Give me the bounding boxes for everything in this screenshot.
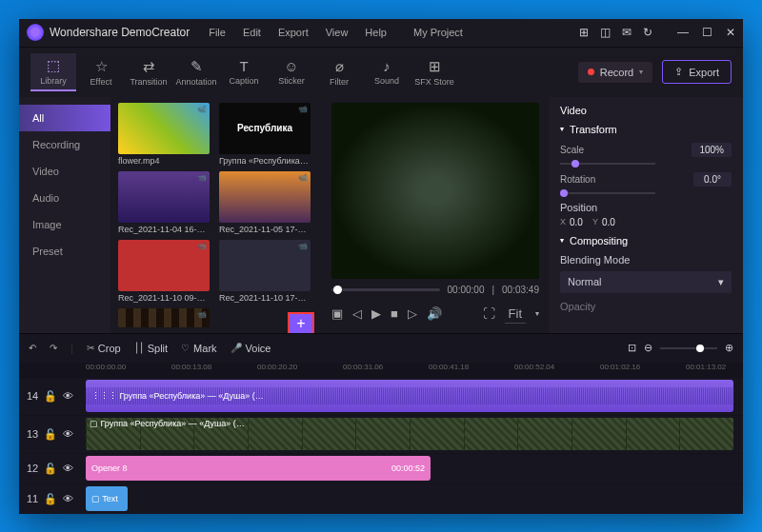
- prev-button[interactable]: ◁: [352, 306, 362, 321]
- media-item[interactable]: Rec_2021-11-10 09-42-22…: [118, 240, 213, 303]
- lock-icon[interactable]: 🔓: [44, 463, 57, 475]
- tool-caption[interactable]: TCaption: [221, 54, 267, 89]
- crop-button[interactable]: ✂ Crop: [87, 343, 121, 354]
- time-total: 00:03:49: [502, 285, 539, 295]
- chevron-down-icon: ▾: [718, 276, 724, 288]
- volume-button[interactable]: 🔊: [427, 306, 442, 321]
- minimize-button[interactable]: —: [677, 26, 689, 39]
- lock-icon[interactable]: 🔓: [44, 428, 57, 441]
- media-item[interactable]: РеспубликаГруппа «Республика» —…: [219, 103, 314, 166]
- track-row: 13🔓👁 ▢ Группа «Республика» — «Душа» (…: [19, 416, 743, 454]
- account-icon[interactable]: ◫: [600, 26, 611, 39]
- split-button[interactable]: ⎮⎮ Split: [134, 343, 168, 354]
- tool-annotation[interactable]: ✎Annotation: [173, 54, 219, 90]
- zoom-fit-button[interactable]: ⊡: [628, 342, 636, 354]
- menu-project[interactable]: My Project: [413, 27, 463, 38]
- mark-button[interactable]: ♡ Mark: [181, 343, 216, 354]
- caption-icon: T: [239, 58, 248, 74]
- transform-section[interactable]: Transform: [560, 124, 732, 135]
- add-media-button[interactable]: +: [288, 312, 314, 333]
- video-clip[interactable]: ▢ Группа «Республика» — «Душа» (…: [86, 418, 733, 450]
- record-dot-icon: [588, 69, 594, 75]
- compositing-section[interactable]: Compositing: [560, 235, 732, 246]
- timeline: ↶ ↷ | ✂ Crop ⎮⎮ Split ♡ Mark 🎤 Voice ⊡ ⊖…: [19, 333, 743, 514]
- tool-sfx[interactable]: ⊞SFX Store: [411, 54, 457, 90]
- tool-sound[interactable]: ♪Sound: [364, 54, 410, 89]
- sfx-icon: ⊞: [429, 58, 441, 75]
- close-button[interactable]: ✕: [726, 26, 735, 39]
- redo-button[interactable]: ↷: [50, 343, 57, 353]
- opener-clip[interactable]: Opener 800:00:52: [86, 456, 431, 481]
- scale-slider[interactable]: [560, 163, 655, 165]
- eye-icon[interactable]: 👁: [63, 428, 73, 440]
- toolbar: ⬚Library ☆Effect ⇄Transition ✎Annotation…: [19, 48, 743, 97]
- tool-sticker[interactable]: ☺Sticker: [269, 54, 314, 89]
- next-button[interactable]: ▷: [408, 306, 417, 321]
- playhead-slider[interactable]: [331, 288, 440, 291]
- track-row: 14🔓👁 ⋮⋮⋮ Группа «Республика» — «Душа» (…: [19, 378, 743, 416]
- snapshot-button[interactable]: ▣: [331, 306, 343, 321]
- pos-x[interactable]: 0.0: [570, 217, 583, 227]
- message-icon[interactable]: ✉: [622, 26, 632, 39]
- sidebar-item-preset[interactable]: Preset: [19, 238, 110, 265]
- rotation-value[interactable]: 0.0°: [693, 172, 732, 187]
- cart-icon[interactable]: ⊞: [579, 26, 589, 39]
- media-item[interactable]: Rec_2021-11-10 17-55-36…: [219, 240, 314, 303]
- media-item[interactable]: Rec_2021-11-04 16-42-51…: [118, 171, 213, 234]
- props-header: Video: [560, 105, 732, 116]
- sidebar-item-recording[interactable]: Recording: [19, 131, 110, 158]
- eye-icon[interactable]: 👁: [63, 390, 73, 402]
- pos-y[interactable]: 0.0: [602, 217, 615, 227]
- eye-icon[interactable]: 👁: [63, 493, 73, 504]
- record-button[interactable]: Record ▾: [578, 62, 652, 83]
- media-item[interactable]: flower.mp4: [118, 103, 213, 166]
- track-row: 12🔓👁 Opener 800:00:52: [19, 454, 743, 484]
- zoom-in-button[interactable]: ⊕: [725, 342, 733, 354]
- fullscreen-button[interactable]: ⛶: [483, 306, 495, 321]
- zoom-out-button[interactable]: ⊖: [644, 342, 652, 354]
- sidebar-item-all[interactable]: All: [19, 105, 110, 131]
- media-item[interactable]: Rec_2021-11-05 17-14-03…: [219, 171, 314, 234]
- blend-mode-select[interactable]: Normal▾: [560, 271, 732, 293]
- export-button[interactable]: ⇪ Export: [662, 60, 732, 84]
- sidebar-item-audio[interactable]: Audio: [19, 185, 110, 211]
- scale-value[interactable]: 100%: [692, 143, 732, 157]
- app-window: Wondershare DemoCreator File Edit Export…: [19, 19, 743, 514]
- tracks: 14🔓👁 ⋮⋮⋮ Группа «Республика» — «Душа» (……: [19, 378, 743, 514]
- lock-icon[interactable]: 🔓: [44, 390, 57, 403]
- lock-icon[interactable]: 🔓: [44, 493, 57, 505]
- tool-library[interactable]: ⬚Library: [30, 53, 76, 91]
- undo-button[interactable]: ↶: [29, 343, 36, 353]
- rotation-slider[interactable]: [560, 192, 655, 194]
- menu-help[interactable]: Help: [365, 27, 387, 38]
- tool-filter[interactable]: ⌀Filter: [316, 54, 362, 90]
- menu-file[interactable]: File: [209, 27, 226, 38]
- stop-button[interactable]: ■: [391, 306, 398, 321]
- timeline-ruler[interactable]: 00:00:00.00 00:00:13.08 00:00:20.20 00:0…: [19, 363, 743, 378]
- fit-selector[interactable]: Fit: [505, 305, 526, 324]
- time-current: 00:00:00: [448, 285, 485, 295]
- tool-effect[interactable]: ☆Effect: [78, 54, 124, 90]
- app-title: Wondershare DemoCreator: [50, 26, 190, 39]
- menu-view[interactable]: View: [326, 27, 349, 38]
- tool-transition[interactable]: ⇄Transition: [126, 54, 171, 90]
- text-clip[interactable]: ▢ Text: [86, 486, 128, 511]
- window-controls: — ☐ ✕: [677, 26, 735, 39]
- audio-clip[interactable]: ⋮⋮⋮ Группа «Республика» — «Душа» (…: [86, 380, 733, 412]
- sidebar-item-image[interactable]: Image: [19, 211, 110, 238]
- zoom-slider[interactable]: [660, 347, 717, 349]
- eye-icon[interactable]: 👁: [63, 463, 73, 474]
- title-icons: ⊞ ◫ ✉ ↻ — ☐ ✕: [579, 26, 735, 39]
- sound-icon: ♪: [383, 58, 391, 74]
- maximize-button[interactable]: ☐: [702, 26, 712, 39]
- refresh-icon[interactable]: ↻: [643, 26, 652, 39]
- voice-button[interactable]: 🎤 Voice: [231, 343, 271, 354]
- play-button[interactable]: ▶: [371, 306, 381, 321]
- library-icon: ⬚: [47, 57, 60, 74]
- menu-export[interactable]: Export: [278, 27, 309, 38]
- app-logo: [27, 24, 44, 41]
- media-item[interactable]: [118, 308, 213, 333]
- menu-edit[interactable]: Edit: [243, 27, 261, 38]
- sidebar-item-video[interactable]: Video: [19, 158, 110, 185]
- video-preview[interactable]: [331, 103, 539, 279]
